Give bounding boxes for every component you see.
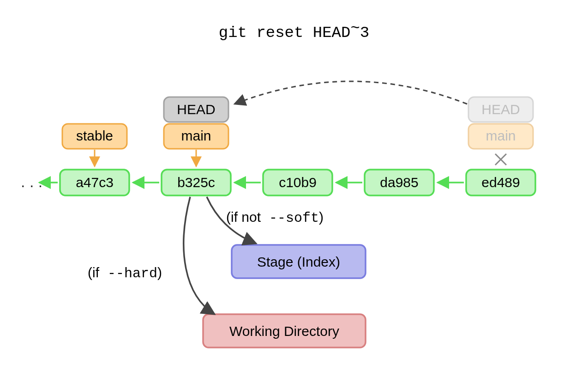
- svg-text:HEAD: HEAD: [177, 102, 215, 117]
- svg-text:main: main: [486, 128, 516, 143]
- commit-c10b9: c10b9: [263, 170, 332, 195]
- ref-main-old: main: [468, 124, 533, 149]
- ref-stable: stable: [62, 124, 127, 149]
- stage-index-box: Stage (Index): [232, 245, 366, 278]
- commit-b325c: b325c: [162, 170, 231, 195]
- svg-text:b325c: b325c: [177, 175, 215, 190]
- svg-text:main: main: [181, 128, 211, 143]
- svg-text:HEAD: HEAD: [481, 102, 520, 117]
- commit-da985: da985: [365, 170, 434, 195]
- arrow-head-move: [234, 81, 467, 104]
- ref-main: main: [164, 124, 228, 149]
- diagram-title: git reset HEAD~3: [219, 19, 369, 42]
- arrow-to-wd: [184, 197, 215, 314]
- label-if-not-soft: (if not --soft): [226, 209, 324, 226]
- svg-text:Working Directory: Working Directory: [229, 323, 339, 339]
- commit-ed489: ed489: [466, 170, 535, 195]
- ref-head-old: HEAD: [468, 97, 533, 122]
- svg-text:c10b9: c10b9: [279, 175, 317, 190]
- commit-a47c3: a47c3: [60, 170, 129, 195]
- svg-text:a47c3: a47c3: [76, 175, 114, 190]
- ref-head: HEAD: [164, 97, 228, 122]
- label-if-hard: (if --hard): [88, 265, 162, 281]
- svg-text:stable: stable: [76, 128, 113, 143]
- svg-text:da985: da985: [380, 175, 418, 190]
- svg-text:ed489: ed489: [481, 175, 520, 190]
- commit-ellipsis: . . .: [21, 173, 42, 190]
- svg-text:Stage (Index): Stage (Index): [257, 254, 340, 269]
- working-directory-box: Working Directory: [203, 314, 366, 348]
- removed-pointer-x-icon: [495, 154, 506, 165]
- git-reset-diagram: git reset HEAD~3 . . . a47c3 b325c c10b9…: [0, 0, 588, 378]
